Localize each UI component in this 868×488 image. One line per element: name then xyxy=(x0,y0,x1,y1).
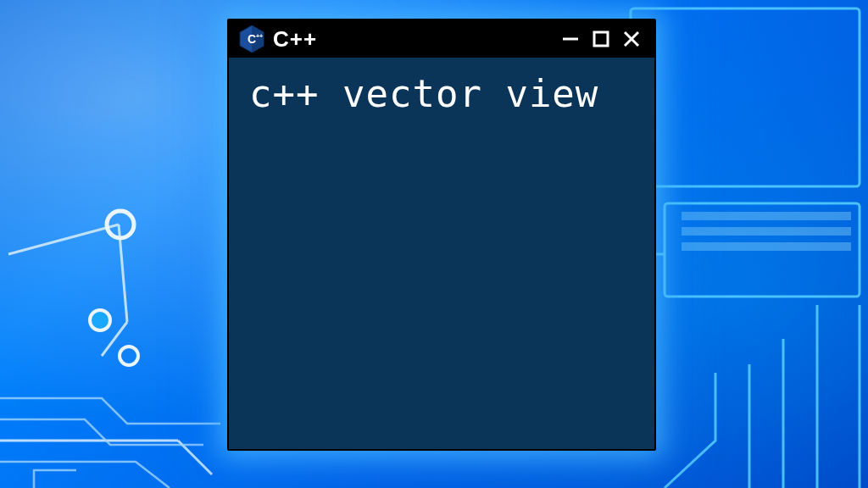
window-controls xyxy=(561,30,644,48)
svg-text:+: + xyxy=(259,33,263,39)
close-icon[interactable] xyxy=(622,30,641,48)
titlebar: C + + C++ xyxy=(229,20,654,58)
maximize-icon[interactable] xyxy=(592,30,610,48)
svg-rect-27 xyxy=(594,32,608,46)
window-title: C++ xyxy=(273,26,317,53)
cpp-hex-icon: C + + xyxy=(239,25,264,53)
minimize-icon[interactable] xyxy=(561,30,580,48)
svg-text:C: C xyxy=(248,32,256,46)
terminal-window: C + + C++ c++ vector view xyxy=(227,19,656,451)
terminal-content: c++ vector view xyxy=(229,58,654,131)
